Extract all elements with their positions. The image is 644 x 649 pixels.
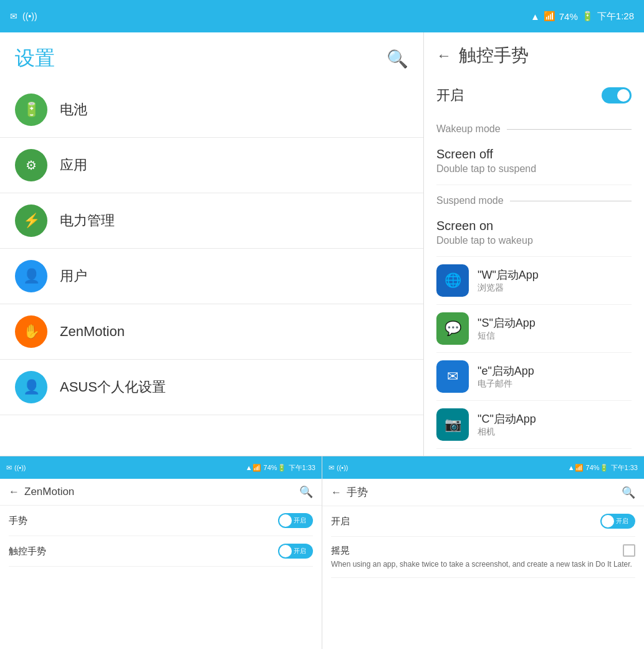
w-app-sub: 浏览器 xyxy=(478,282,539,294)
wakeup-mode-divider: Wakeup mode xyxy=(436,113,632,140)
gesture-sub-title: 手势 xyxy=(347,485,368,499)
w-app-name: "W"启动App xyxy=(478,267,539,282)
zen-time: 下午1:33 xyxy=(289,463,315,473)
shake-checkbox[interactable] xyxy=(623,544,635,557)
gesture-enable-row: 开启 xyxy=(436,77,632,113)
gesture-sub-back-button[interactable]: ← xyxy=(331,486,342,499)
gesture-sub-toggle-row: 开启 开启 xyxy=(331,506,635,537)
user-label: 用户 xyxy=(60,267,87,286)
search-button[interactable]: 🔍 xyxy=(387,49,408,69)
wakeup-mode-label: Wakeup mode xyxy=(436,123,501,135)
s-app-info: "S"启动App 短信 xyxy=(478,315,536,342)
divider-line-1 xyxy=(507,129,632,130)
s-app-name: "S"启动App xyxy=(478,315,536,330)
s-app-icon: 💬 xyxy=(436,312,469,345)
gesture-sub-toggle-label: 开启 xyxy=(331,516,350,527)
zenmotion-header-left: ← ZenMotion xyxy=(9,486,74,498)
shake-header: 摇晃 xyxy=(331,544,635,557)
zen-envelope-icon: ✉ xyxy=(6,464,12,472)
zen-signal-icon: ▲📶 xyxy=(246,464,261,472)
battery-icon: 🔋 xyxy=(15,94,47,126)
zenmotion-status-right: ▲📶 74%🔋 下午1:33 xyxy=(246,463,315,473)
back-button[interactable]: ← xyxy=(436,47,451,64)
gesture-sub-search-button[interactable]: 🔍 xyxy=(622,486,635,499)
gesture-sub-panel: ✉ ((•)) ▲📶 74%🔋 下午1:33 ← 手势 🔍 开启 开启 xyxy=(322,456,644,649)
gesture-sub-status-right: ▲📶 74%🔋 下午1:33 xyxy=(568,463,638,473)
battery-label: 电池 xyxy=(60,100,87,119)
shake-item: 摇晃 When using an app, shake twice to tak… xyxy=(331,537,635,578)
settings-item-apps[interactable]: ⚙ 应用 xyxy=(0,138,423,193)
settings-item-power[interactable]: ⚡ 电力管理 xyxy=(0,193,423,249)
toggle-knob xyxy=(617,89,630,102)
gesture-toggle-knob xyxy=(279,514,292,527)
settings-item-zenmotion[interactable]: ✋ ZenMotion xyxy=(0,304,423,360)
wifi-signal-icon: ▲ xyxy=(531,11,540,22)
gesture-panel: ← 触控手势 开启 Wakeup mode Screen off Double … xyxy=(424,32,644,456)
screen-off-title: Screen off xyxy=(436,147,632,161)
shake-title: 摇晃 xyxy=(331,545,350,557)
wifi-icon: ((•)) xyxy=(22,11,37,21)
status-bar-left-icons: ✉ ((•)) xyxy=(10,11,37,21)
time-display: 下午1:28 xyxy=(597,11,634,22)
e-app-sub: 电子邮件 xyxy=(478,378,534,390)
gesture-sub-status-bar: ✉ ((•)) ▲📶 74%🔋 下午1:33 xyxy=(322,456,644,479)
settings-item-asus-personal[interactable]: 👤 ASUS个人化设置 xyxy=(0,360,423,415)
settings-item-user[interactable]: 👤 用户 xyxy=(0,249,423,304)
gesture-sub-envelope-icon: ✉ xyxy=(329,464,334,472)
e-app-item[interactable]: ✉ "e"启动App 电子邮件 xyxy=(436,353,632,401)
gesture-sub-header: ← 手势 🔍 xyxy=(322,479,644,506)
screen-on-option[interactable]: Screen on Double tap to wakeup xyxy=(436,211,632,257)
suspend-mode-divider: Suspend mode xyxy=(436,185,632,211)
gesture-toggle-switch[interactable]: 开启 xyxy=(278,513,313,528)
divider-line-2 xyxy=(510,201,632,201)
gesture-sub-battery-pct: 74%🔋 xyxy=(586,464,608,472)
top-status-bar: ✉ ((•)) ▲ 📶 74% 🔋 下午1:28 xyxy=(0,0,644,32)
w-app-item[interactable]: 🌐 "W"启动App 浏览器 xyxy=(436,257,632,305)
s-app-item[interactable]: 💬 "S"启动App 短信 xyxy=(436,305,632,353)
touch-gesture-label: 触控手势 xyxy=(9,546,46,557)
apps-label: 应用 xyxy=(60,156,87,175)
zenmotion-back-button[interactable]: ← xyxy=(9,486,19,498)
s-app-sub: 短信 xyxy=(478,330,536,342)
settings-panel: 设置 🔍 🔋 电池 ⚙ 应用 ⚡ 电力管理 👤 用户 ✋ ZenM xyxy=(0,32,424,456)
screen-off-option[interactable]: Screen off Double tap to suspend xyxy=(436,140,632,185)
zenmotion-panel: ✉ ((•)) ▲📶 74%🔋 下午1:33 ← ZenMotion 🔍 手势 … xyxy=(0,456,322,649)
zenmotion-search-button[interactable]: 🔍 xyxy=(299,485,313,499)
w-app-info: "W"启动App 浏览器 xyxy=(478,267,539,294)
c-app-item[interactable]: 📷 "C"启动App 相机 xyxy=(436,401,632,449)
zen-wifi-icon: ((•)) xyxy=(14,464,26,471)
power-icon: ⚡ xyxy=(15,204,47,237)
gesture-sub-status-left: ✉ ((•)) xyxy=(329,464,348,472)
touch-toggle-text: 开启 xyxy=(294,547,306,555)
w-app-icon: 🌐 xyxy=(436,264,469,297)
gesture-toggle[interactable] xyxy=(602,87,632,103)
gesture-sub-toggle-text: 开启 xyxy=(616,517,628,526)
screen-off-subtitle: Double tap to suspend xyxy=(436,163,632,175)
touch-gesture-toggle[interactable]: 开启 xyxy=(278,544,313,559)
shake-description: When using an app, shake twice to take a… xyxy=(331,559,635,570)
touch-toggle-knob xyxy=(279,545,292,557)
c-app-name: "C"启动App xyxy=(478,411,536,426)
c-app-sub: 相机 xyxy=(478,426,536,438)
settings-list: 🔋 电池 ⚙ 应用 ⚡ 电力管理 👤 用户 ✋ ZenMotion 👤 xyxy=(0,82,423,456)
touch-gesture-item: 触控手势 开启 xyxy=(9,536,313,567)
settings-title: 设置 xyxy=(15,45,55,72)
zenmotion-status-left: ✉ ((•)) xyxy=(6,464,26,472)
gesture-item: 手势 开启 xyxy=(9,506,313,536)
gesture-toggle-text: 开启 xyxy=(294,516,306,525)
battery-percent: 74% xyxy=(559,11,578,22)
gesture-sub-toggle[interactable]: 开启 xyxy=(600,514,635,529)
settings-item-battery[interactable]: 🔋 电池 xyxy=(0,82,423,138)
e-app-icon: ✉ xyxy=(436,360,469,393)
settings-header: 设置 🔍 xyxy=(0,32,423,82)
battery-icon: 🔋 xyxy=(582,11,594,22)
gesture-sub-time: 下午1:33 xyxy=(611,463,638,473)
c-app-icon: 📷 xyxy=(436,408,469,441)
screen-on-subtitle: Double tap to wakeup xyxy=(436,235,632,246)
zenmotion-list: 手势 开启 触控手势 开启 xyxy=(0,506,322,649)
gesture-sub-header-left: ← 手势 xyxy=(331,485,368,499)
apps-icon: ⚙ xyxy=(15,149,47,181)
zen-battery-pct: 74%🔋 xyxy=(264,464,286,472)
main-area: 设置 🔍 🔋 电池 ⚙ 应用 ⚡ 电力管理 👤 用户 ✋ ZenM xyxy=(0,32,644,456)
suspend-mode-label: Suspend mode xyxy=(436,195,504,206)
